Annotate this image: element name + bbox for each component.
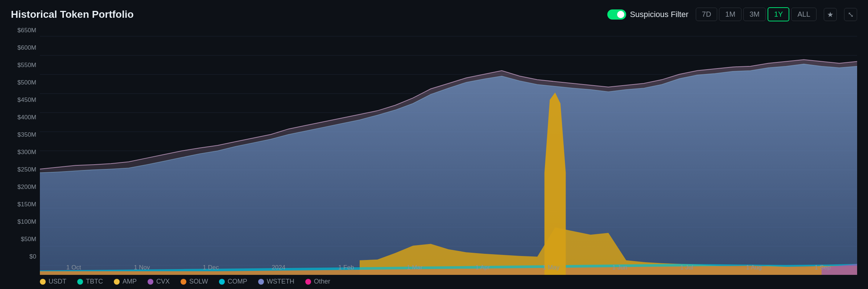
legend-label-comp: COMP [228, 278, 247, 285]
legend-label-amp: AMP [123, 278, 137, 285]
legend-dot-comp [219, 279, 225, 285]
x-label-jul: 1 Jul [680, 264, 693, 271]
area-chart [40, 27, 857, 275]
suspicious-filter: Suspicious Filter [607, 9, 688, 20]
x-label-nov: 1 Nov [134, 264, 150, 271]
btn-all[interactable]: ALL [791, 8, 817, 21]
x-label-jun: 1 Jun [612, 264, 628, 271]
legend-item-usdt: USDT [40, 278, 66, 285]
controls: Suspicious Filter 7D 1M 3M 1Y ALL ★ ⤡ [607, 7, 857, 21]
x-label-dec: 1 Dec [203, 264, 219, 271]
legend-item-cvx: CVX [148, 278, 170, 285]
legend-dot-other [305, 279, 311, 285]
x-axis: 1 Oct 1 Nov 1 Dec 2024 1 Feb 1 Mar 1 Apr… [40, 260, 857, 275]
chart-container: Historical Token Portfolio Suspicious Fi… [0, 0, 868, 289]
expand-button[interactable]: ⤡ [844, 8, 857, 21]
y-axis: $650M $600M $550M $500M $450M $400M $350… [11, 27, 40, 275]
y-label-100: $100M [11, 218, 40, 226]
star-icon: ★ [827, 10, 834, 19]
legend-item-wsteth: WSTETH [258, 278, 294, 285]
legend-dot-amp [114, 279, 120, 285]
suspicious-filter-label: Suspicious Filter [630, 10, 688, 19]
shrink-icon: ⤡ [848, 10, 854, 19]
y-label-400: $400M [11, 114, 40, 121]
legend-item-amp: AMP [114, 278, 137, 285]
btn-1m[interactable]: 1M [719, 8, 741, 21]
header: Historical Token Portfolio Suspicious Fi… [11, 7, 857, 21]
legend-item-solw: SOLW [181, 278, 208, 285]
legend-label-cvx: CVX [156, 278, 170, 285]
btn-1y[interactable]: 1Y [768, 7, 789, 21]
time-buttons: 7D 1M 3M 1Y ALL [696, 7, 817, 21]
x-label-oct: 1 Oct [66, 264, 81, 271]
y-label-450: $450M [11, 96, 40, 104]
page-title: Historical Token Portfolio [11, 9, 134, 20]
x-label-feb: 1 Feb [338, 264, 354, 271]
legend-dot-cvx [148, 279, 153, 285]
y-label-550: $550M [11, 62, 40, 69]
btn-3m[interactable]: 3M [743, 8, 766, 21]
legend-label-tbtc: TBTC [86, 278, 103, 285]
legend-label-solw: SOLW [189, 278, 208, 285]
legend: USDT TBTC AMP CVX SOLW COMP WSTETH Othe [11, 278, 857, 285]
y-label-600: $600M [11, 44, 40, 51]
legend-item-tbtc: TBTC [77, 278, 103, 285]
y-label-500: $500M [11, 79, 40, 86]
legend-dot-wsteth [258, 279, 264, 285]
y-label-650: $650M [11, 27, 40, 34]
btn-7d[interactable]: 7D [696, 8, 718, 21]
x-label-2024: 2024 [272, 264, 285, 271]
y-label-50: $50M [11, 236, 40, 243]
y-label-350: $350M [11, 131, 40, 139]
legend-item-comp: COMP [219, 278, 247, 285]
legend-label-other: Other [314, 278, 330, 285]
legend-dot-tbtc [77, 279, 83, 285]
chart-area: $650M $600M $550M $500M $450M $400M $350… [11, 27, 857, 275]
x-label-sep: 1 Sep [815, 264, 831, 271]
y-label-250: $250M [11, 166, 40, 173]
x-label-may: 1 May [543, 264, 559, 271]
y-label-200: $200M [11, 183, 40, 191]
y-label-300: $300M [11, 149, 40, 156]
suspicious-filter-toggle[interactable] [607, 9, 626, 20]
legend-label-wsteth: WSTETH [267, 278, 294, 285]
toggle-thumb [617, 11, 624, 18]
star-button[interactable]: ★ [824, 8, 837, 21]
x-label-apr: 1 Apr [475, 264, 490, 271]
x-label-aug: 1 Aug [746, 264, 762, 271]
y-label-0: $0 [11, 253, 40, 260]
chart-inner: .grid-line { stroke: #1c2333; stroke-wid… [40, 27, 857, 275]
legend-dot-usdt [40, 279, 46, 285]
x-label-mar: 1 Mar [407, 264, 422, 271]
y-label-150: $150M [11, 201, 40, 208]
legend-label-usdt: USDT [49, 278, 66, 285]
legend-dot-solw [181, 279, 186, 285]
legend-item-other: Other [305, 278, 330, 285]
